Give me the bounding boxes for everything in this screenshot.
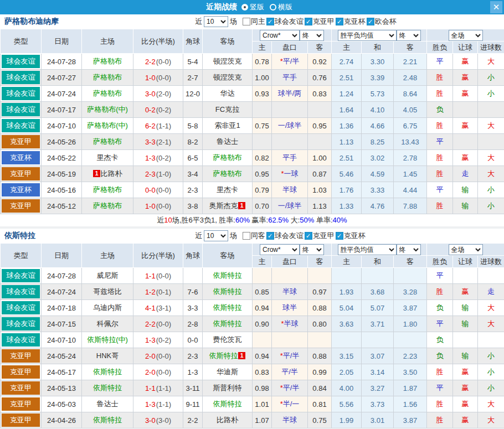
league-checkbox-克亚甲[interactable]: ✓克亚甲	[305, 231, 335, 241]
cell-mean-away: 1.56	[394, 396, 427, 412]
filter-matches-label: 场	[230, 17, 237, 27]
odds-final-select[interactable]: 终	[300, 244, 324, 255]
team-text: 萨格勒布	[93, 185, 122, 194]
cell-handicap-result: 赢	[453, 150, 478, 166]
checkbox-icon[interactable]: ✓	[266, 232, 274, 240]
cell-mean-draw: 3.68	[362, 284, 394, 300]
cell-match-type: 球会友谊	[1, 118, 42, 134]
scope-select[interactable]: 全场	[449, 30, 483, 41]
cell-match-type: 克亚甲	[1, 166, 42, 182]
cell-score: 1-3(1-1)	[133, 396, 183, 412]
team-text: 威尼斯	[97, 271, 119, 280]
cell-mean-draw: 3.14	[362, 364, 394, 380]
cell-outcome: 负	[427, 102, 453, 118]
league-checkbox-欧会杯[interactable]: ✓欧会杯	[367, 17, 397, 27]
cell-odds-away: 0.88	[308, 300, 332, 316]
cell-goals-result: 大	[478, 300, 504, 316]
match-count-select[interactable]: 10	[204, 16, 228, 27]
sub-column-header: 客	[308, 256, 332, 268]
cell-score: 0-0(0-0)	[133, 182, 183, 198]
cell-home-team: 依斯特拉	[82, 380, 133, 396]
cell-goals-result: 小	[478, 86, 504, 102]
team-text: 依斯特拉	[209, 352, 238, 360]
cell-handicap-result	[453, 268, 478, 284]
summary-segment: 60%	[235, 216, 250, 224]
team-text: 费伦茨瓦	[213, 335, 242, 344]
close-button[interactable]: ✕	[490, 1, 502, 13]
cell-corner: 8-2	[183, 134, 203, 150]
sub-column-header: 客	[394, 42, 427, 54]
team-text: 比路朴	[217, 416, 238, 424]
mean-final-select[interactable]: 终	[397, 244, 421, 255]
cell-score: 2-3(1-0)	[133, 166, 183, 182]
cell-mean-home: 5.04	[332, 300, 362, 316]
scope-group: 全场	[427, 29, 504, 42]
cell-mean-home: 2.74	[332, 54, 362, 70]
mean-odds-select[interactable]: 胜平负均值	[338, 244, 397, 255]
league-checkbox-球会友谊[interactable]: ✓球会友谊	[266, 231, 304, 241]
scope-select[interactable]: 全场	[449, 244, 483, 255]
cell-outcome: 胜	[427, 86, 453, 102]
cell-odds-line: *平/半	[272, 348, 308, 364]
checkbox-icon[interactable]: ✓	[305, 18, 312, 25]
mean-final-select[interactable]: 终	[397, 30, 421, 41]
checkbox-icon[interactable]	[243, 232, 250, 240]
same-venue-checkbox[interactable]: 同主	[243, 17, 265, 27]
sub-column-header: 主	[332, 256, 362, 268]
cell-handicap-result: 赢	[453, 54, 478, 70]
checkbox-icon[interactable]: ✓	[305, 232, 312, 240]
odds-provider-select[interactable]: Crow*	[260, 244, 300, 255]
cell-match-type: 球会友谊	[1, 332, 42, 348]
cell-score: 3-0(2-0)	[133, 86, 183, 102]
league-checkbox-克亚杯[interactable]: ✓克亚杯	[336, 17, 366, 27]
match-row: 克亚甲24-05-13依斯特拉1-1(1-1)3-11斯普利特0.98*平/半0…	[1, 380, 504, 396]
league-checkbox-克亚甲[interactable]: ✓克亚甲	[305, 17, 335, 27]
cell-odds-line: 半球	[272, 182, 308, 198]
league-checkbox-球会友谊[interactable]: ✓球会友谊	[266, 17, 304, 27]
cell-score: 1-1(0-0)	[133, 268, 183, 284]
cell-score: 2-2(0-0)	[133, 54, 183, 70]
checkbox-icon[interactable]: ✓	[336, 232, 343, 240]
checkbox-label: 克亚甲	[313, 231, 335, 241]
cell-mean-home: 2.51	[332, 150, 362, 166]
cell-odds-line: 一/球半	[272, 118, 308, 134]
cell-corner: 2-8	[183, 316, 203, 332]
mean-odds-group: 胜平负均值终	[332, 29, 427, 42]
summary-segment: 50%	[300, 216, 314, 224]
cell-handicap-result: 赢	[453, 118, 478, 134]
cell-odds-line: *半/一	[272, 396, 308, 412]
cell-mean-draw	[362, 332, 394, 348]
column-header: 比分(半场)	[133, 244, 183, 268]
sub-column-header: 主	[332, 42, 362, 54]
cell-match-type: 球会友谊	[1, 86, 42, 102]
layout-radio-vertical[interactable]: 竖版	[241, 2, 264, 12]
cell-score: 1-1(1-1)	[133, 380, 183, 396]
recent-results-window: 近期战绩 竖版 横版 ✕ 萨格勒布迪纳摩近10场 同主✓球会友谊✓克亚甲✓克亚杯…	[0, 0, 504, 429]
cell-date: 24-07-15	[42, 316, 82, 332]
cell-odds-home: 1.07	[253, 412, 272, 428]
same-venue-checkbox[interactable]: 同客	[243, 231, 265, 241]
match-row: 克亚甲24-05-24HNK哥2-0(0-0)2-3依斯特拉10.94*平/半0…	[1, 348, 504, 364]
odds-final-select[interactable]: 终	[300, 30, 324, 41]
match-type-badge: 克亚杯	[2, 183, 40, 197]
match-row: 克亚甲24-05-12萨格勒布1-0(0-0)3-8奥斯杰克10.70一/球半1…	[1, 198, 504, 214]
cell-mean-away: 1.45	[394, 166, 427, 182]
mean-odds-select[interactable]: 胜平负均值	[338, 30, 397, 41]
match-count-select[interactable]: 10	[204, 230, 228, 241]
cell-date: 24-07-10	[42, 332, 82, 348]
checkbox-icon[interactable]: ✓	[367, 18, 374, 25]
checkbox-icon[interactable]: ✓	[336, 18, 343, 25]
cell-match-type: 球会友谊	[1, 102, 42, 118]
checkbox-icon[interactable]: ✓	[266, 18, 274, 25]
league-checkbox-克亚杯[interactable]: ✓克亚杯	[336, 231, 366, 241]
odds-provider-select[interactable]: Crow*	[260, 30, 300, 41]
match-type-badge: 克亚甲	[2, 135, 40, 148]
layout-radio-horizontal[interactable]: 横版	[270, 2, 292, 12]
cell-mean-draw: 4.10	[362, 102, 394, 118]
checkbox-icon[interactable]	[243, 18, 250, 25]
cell-home-team: 依斯特拉(中)	[82, 332, 133, 348]
cell-home-team: 萨格勒布	[82, 70, 133, 86]
column-header: 日期	[42, 29, 82, 54]
cell-corner: 5-8	[183, 118, 203, 134]
column-header: 类型	[1, 29, 42, 54]
